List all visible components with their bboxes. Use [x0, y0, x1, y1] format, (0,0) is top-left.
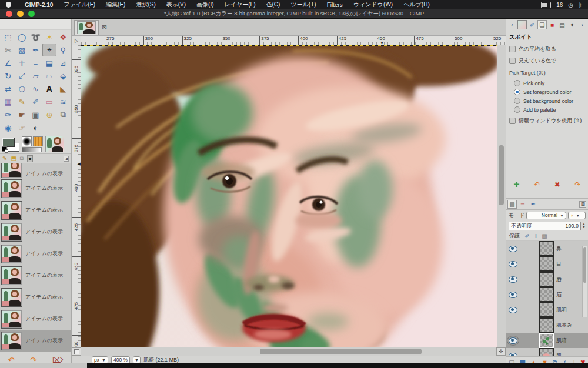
visibility-eye-icon[interactable]: [509, 246, 517, 252]
dock-tab[interactable]: ✐: [528, 21, 536, 29]
foreground-color-swatch[interactable]: [2, 138, 15, 147]
menu-item[interactable]: レイヤー(L): [219, 1, 261, 9]
tool-button[interactable]: ▭: [42, 95, 56, 108]
tool-button[interactable]: ✛: [15, 56, 28, 69]
radio-option[interactable]: Set foreground color: [514, 89, 585, 95]
tool-button[interactable]: ⤢: [15, 69, 28, 82]
layer-thumbnail[interactable]: [540, 288, 553, 301]
dock-tab[interactable]: ⧉: [20, 156, 24, 162]
tool-button[interactable]: ✄: [1, 44, 15, 56]
tool-button[interactable]: ◣: [56, 82, 70, 95]
active-pattern-icon[interactable]: [33, 136, 43, 146]
menu-item[interactable]: 編集(E): [101, 1, 131, 9]
dialog-tab[interactable]: ≣: [519, 200, 527, 208]
image-tab[interactable]: [74, 20, 99, 35]
tool-button[interactable]: ⏢: [42, 69, 56, 82]
tool-button[interactable]: ▦: [1, 95, 15, 108]
visibility-eye-icon[interactable]: [509, 337, 517, 344]
average-checkbox-row[interactable]: 色の平均を取る: [509, 45, 585, 53]
vertical-ruler[interactable]: ◀ 325350375400425450475500: [72, 45, 81, 347]
tool-options-footer-button[interactable]: ↶: [534, 180, 540, 189]
dialog-tab[interactable]: ▤: [508, 200, 516, 208]
tool-button[interactable]: ✶: [42, 31, 56, 44]
ruler-corner-button[interactable]: ▷: [72, 36, 81, 45]
tool-button[interactable]: ✑: [1, 108, 15, 121]
tool-button[interactable]: ⬓: [42, 56, 56, 69]
tool-button[interactable]: ⬙: [56, 69, 70, 82]
spin-down-icon[interactable]: ▼: [582, 226, 586, 229]
tool-button[interactable]: ✐: [29, 95, 42, 108]
radio-icon[interactable]: [514, 106, 520, 113]
tool-button[interactable]: ◐: [29, 121, 42, 134]
tool-button[interactable]: ↻: [1, 69, 15, 82]
tool-button[interactable]: ☞: [15, 121, 28, 134]
layers-scrollbar[interactable]: [582, 246, 587, 317]
bluetooth-icon[interactable]: ᛒ: [579, 2, 582, 8]
menu-item[interactable]: GIMP-2.10: [19, 2, 58, 8]
radio-icon[interactable]: [514, 80, 520, 86]
radio-option[interactable]: Set background color: [514, 98, 585, 104]
menu-item[interactable]: 画像(I): [191, 1, 219, 9]
tool-options-footer-button[interactable]: ✚: [513, 180, 519, 189]
undo-history-row[interactable]: アイテムの表示: [0, 163, 71, 178]
fg-bg-colors[interactable]: [2, 136, 19, 152]
close-tab-icon[interactable]: ⊠: [102, 24, 107, 31]
dialog-menu-button[interactable]: ⊠: [579, 201, 586, 208]
visibility-eye-icon[interactable]: [509, 292, 517, 298]
tool-button[interactable]: ◉: [1, 121, 15, 134]
tool-button[interactable]: ✎: [15, 95, 28, 108]
undo-history-row[interactable]: アイテムの表示: [0, 265, 71, 286]
tool-options-footer-button[interactable]: ↷: [575, 180, 581, 189]
visibility-eye-icon[interactable]: [509, 261, 517, 267]
dock-tab[interactable]: ✦: [568, 21, 576, 29]
tool-button[interactable]: ⬡: [15, 82, 28, 95]
active-brush-icon[interactable]: [22, 136, 32, 146]
menu-item[interactable]: ウィンドウ(W): [348, 1, 398, 9]
mode-options-button[interactable]: ◗▼: [568, 212, 586, 219]
layer-thumbnail[interactable]: [540, 334, 553, 347]
tool-button[interactable]: ❖: [56, 31, 70, 44]
tool-button[interactable]: ⇄: [1, 82, 15, 95]
undo-history-row[interactable]: アイテムの表示: [0, 243, 71, 265]
dock-tab[interactable]: ⬒: [11, 156, 16, 162]
tool-button[interactable]: ∠: [1, 56, 15, 69]
horizontal-scrollbar[interactable]: [81, 347, 496, 356]
zoom-value-box[interactable]: 400 %: [111, 356, 130, 364]
layer-row[interactable]: 眉: [506, 287, 588, 302]
dialog-tab[interactable]: ✒: [529, 200, 537, 208]
use-info-window-checkbox-row[interactable]: 情報ウィンドウを使用 (⇧): [509, 117, 585, 125]
radio-option[interactable]: Pick only: [514, 80, 585, 86]
vertical-scrollbar-thumb[interactable]: [499, 145, 504, 206]
dock-tab[interactable]: ■: [548, 21, 556, 29]
tool-button[interactable]: ✒: [29, 44, 42, 56]
horizontal-scrollbar-thumb[interactable]: [260, 349, 422, 354]
radio-icon[interactable]: [514, 98, 520, 104]
tool-button[interactable]: A: [42, 82, 56, 95]
layer-thumbnail[interactable]: [540, 349, 553, 356]
menu-item[interactable]: ツール(T): [285, 1, 321, 9]
lock-alpha-icon[interactable]: ▩: [542, 233, 547, 239]
layer-row[interactable]: 肌: [506, 348, 588, 356]
undo-history-row[interactable]: アイテムの表示: [0, 178, 71, 199]
dock-tab[interactable]: [518, 21, 526, 29]
tool-button[interactable]: ⚲: [56, 44, 70, 56]
radio-option[interactable]: Add to palette: [514, 106, 585, 113]
tool-button[interactable]: ⌖: [42, 44, 56, 56]
visibility-eye-icon[interactable]: [509, 353, 517, 357]
menu-item[interactable]: ヘルプ(H): [398, 1, 435, 9]
layer-row[interactable]: 目: [506, 256, 588, 272]
dock-tab[interactable]: ‹: [508, 21, 516, 29]
unit-select[interactable]: px ▼: [92, 356, 108, 364]
layer-row[interactable]: 唇: [506, 272, 588, 287]
zoom-dropdown-button[interactable]: ▼: [133, 356, 141, 364]
layer-row[interactable]: 肌暗: [506, 333, 588, 348]
tool-button[interactable]: ▧: [15, 44, 28, 56]
canvas-viewport[interactable]: [81, 45, 497, 347]
lock-position-icon[interactable]: ✛: [533, 233, 538, 239]
tool-button[interactable]: ∿: [29, 82, 42, 95]
active-image-thumbnail[interactable]: [45, 136, 64, 152]
tool-button[interactable]: ⊕: [42, 108, 56, 121]
tool-button[interactable]: ▣: [29, 108, 42, 121]
menu-item[interactable]: Filters: [322, 2, 348, 8]
radio-icon[interactable]: [514, 89, 520, 95]
